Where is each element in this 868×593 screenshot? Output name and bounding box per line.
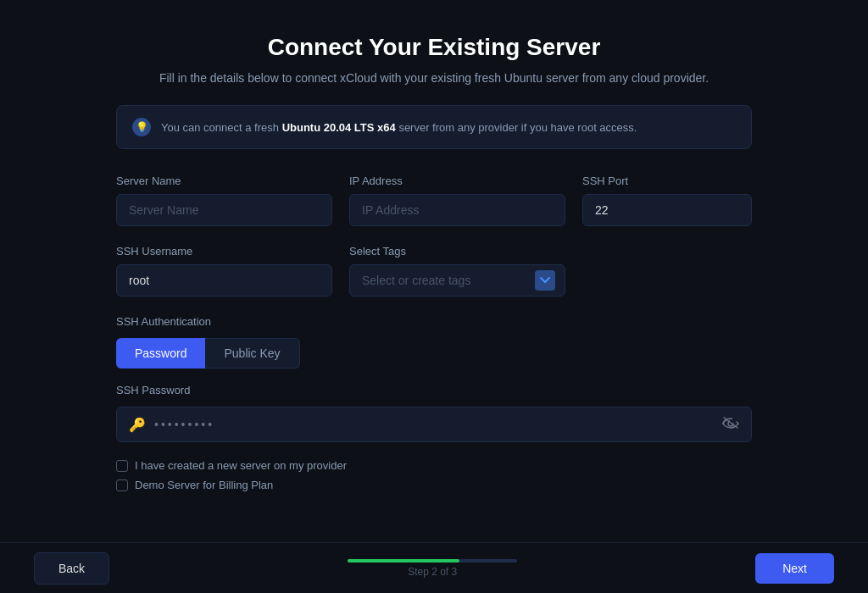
back-button[interactable]: Back [34,552,109,585]
select-tags-wrapper: Select or create tags [349,264,565,296]
auth-password-button[interactable]: Password [116,338,205,369]
checkbox-demo-server-label: Demo Server for Billing Plan [135,479,273,491]
ssh-port-input[interactable] [582,194,752,226]
password-icon: 🔑 [129,417,146,433]
checkbox-new-server[interactable]: I have created a new server on my provid… [116,459,752,472]
checkbox-demo-server-box[interactable] [116,479,128,491]
ssh-password-label: SSH Password [116,384,752,396]
ip-address-group: IP Address [349,175,565,226]
password-input-wrapper: 🔑 [116,407,752,442]
ssh-username-input[interactable] [116,264,332,296]
ssh-password-input[interactable] [154,418,714,431]
ssh-password-section: SSH Password 🔑 [116,384,752,442]
ssh-auth-section: SSH Authentication Password Public Key [116,315,752,369]
footer-center: Step 2 of 3 [348,559,517,578]
form-row-1: Server Name IP Address SSH Port [116,175,752,226]
info-icon: 💡 [132,118,151,136]
server-name-input[interactable] [116,194,332,226]
step-label: Step 2 of 3 [408,566,457,578]
info-banner: 💡 You can connect a fresh Ubuntu 20.04 L… [116,105,752,149]
ssh-username-group: SSH Username [116,245,332,296]
next-button[interactable]: Next [755,553,834,584]
server-name-label: Server Name [116,175,332,187]
checkbox-new-server-label: I have created a new server on my provid… [135,459,347,472]
progress-bar-fill [348,559,459,563]
main-content: Connect Your Existing Server Fill in the… [116,0,752,593]
ip-address-input[interactable] [349,194,565,226]
eye-off-icon[interactable] [722,416,739,433]
ssh-username-label: SSH Username [116,245,332,258]
form-row-2: SSH Username Select Tags Select or creat… [116,245,752,296]
checkbox-new-server-box[interactable] [116,460,128,472]
checkboxes: I have created a new server on my provid… [116,459,752,491]
select-tags-group: Select Tags Select or create tags [349,245,565,296]
page-title: Connect Your Existing Server [116,34,752,61]
ssh-auth-label: SSH Authentication [116,315,752,328]
footer: Back Step 2 of 3 Next [0,542,868,593]
select-tags-input[interactable]: Select or create tags [349,264,565,296]
auth-pubkey-button[interactable]: Public Key [205,338,299,369]
checkbox-demo-server[interactable]: Demo Server for Billing Plan [116,479,752,491]
select-tags-label: Select Tags [349,245,565,258]
page-subtitle: Fill in the details below to connect xCl… [116,71,752,85]
info-text: You can connect a fresh Ubuntu 20.04 LTS… [161,121,637,134]
ssh-port-group: SSH Port [582,175,752,226]
auth-toggle: Password Public Key [116,338,752,369]
ip-address-label: IP Address [349,175,565,187]
ssh-port-label: SSH Port [582,175,752,187]
server-name-group: Server Name [116,175,332,226]
progress-bar-container [348,559,517,563]
